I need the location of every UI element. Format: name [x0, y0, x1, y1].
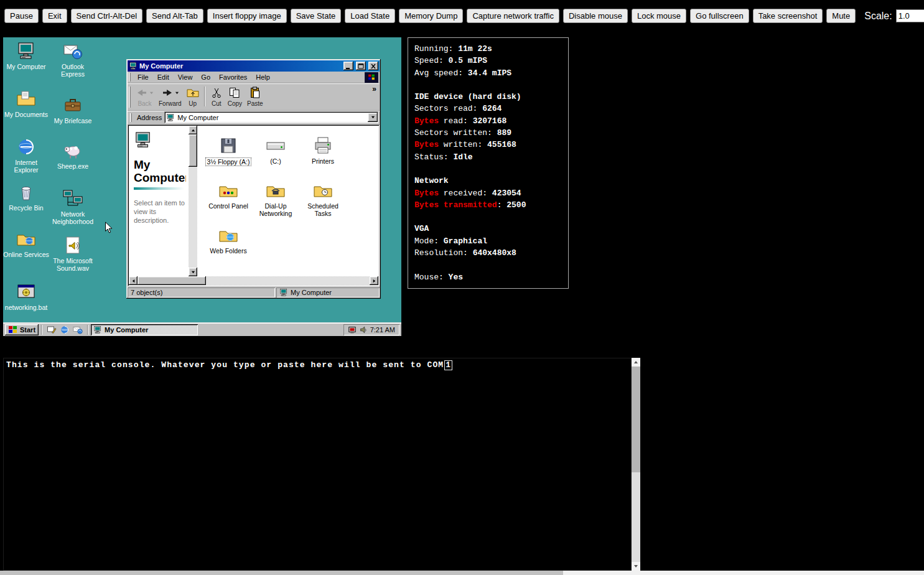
folder-item-control-panel[interactable]: Control Panel — [205, 180, 252, 225]
start-button[interactable]: Start — [5, 324, 39, 335]
toolbar-overflow-chevron[interactable]: » — [370, 85, 378, 93]
paste-icon — [249, 86, 261, 99]
stats-line: IDE device (hard disk) — [414, 91, 562, 103]
control-button-send-ctrl-alt-del[interactable]: Send Ctrl-Alt-Del — [71, 9, 143, 23]
tray-volume-icon[interactable] — [359, 325, 368, 334]
taskbar-separator — [41, 325, 42, 335]
my-computer-icon — [129, 62, 138, 70]
pane-vertical-scrollbar[interactable] — [189, 126, 197, 276]
folder-item-label: 3½ Floppy (A:) — [205, 157, 252, 166]
minimize-button[interactable] — [343, 62, 353, 70]
floppy-icon — [218, 136, 238, 156]
scrollbar-thumb[interactable] — [189, 134, 197, 167]
triangle-left-icon — [131, 279, 136, 283]
control-button-disable-mouse[interactable]: Disable mouse — [563, 9, 628, 23]
desktop-icon-my-briefcase[interactable]: My Briefcase — [50, 95, 96, 124]
scroll-up-button[interactable] — [632, 358, 640, 367]
folder-online-icon — [16, 229, 36, 249]
desktop-icon-network-neighborhood[interactable]: Network Neighborhood — [50, 189, 96, 226]
scroll-right-button[interactable] — [370, 276, 378, 285]
control-button-lock-mouse[interactable]: Lock mouse — [632, 9, 686, 23]
folder-item-c[interactable]: (C:) — [252, 136, 299, 180]
scroll-left-button[interactable] — [129, 276, 138, 285]
horizontal-scrollbar[interactable] — [129, 276, 378, 285]
menu-help[interactable]: Help — [251, 73, 274, 82]
folder-tasks-icon — [313, 180, 333, 200]
stats-line — [414, 211, 562, 223]
toolbar-separator — [204, 86, 205, 106]
folder-item-dial-up-networking[interactable]: Dial-Up Networking — [252, 180, 299, 225]
address-field[interactable]: My Computer — [164, 111, 378, 123]
stats-panel: Running: 11m 22sSpeed: 0.5 mIPSAvg speed… — [408, 37, 569, 289]
toolbar-grip — [129, 86, 131, 108]
folder-item-scheduled-tasks[interactable]: Scheduled Tasks — [299, 180, 347, 225]
taskbar-task-my-computer[interactable]: My Computer — [91, 324, 198, 335]
page-horizontal-scrollbar[interactable] — [0, 571, 924, 575]
scroll-down-button[interactable] — [632, 562, 640, 571]
desktop-icon-networking-bat[interactable]: networking.bat — [3, 282, 49, 311]
emulator-controls: PauseExitSend Ctrl-Alt-DelSend Alt-TabIn… — [4, 9, 856, 23]
toolbar-button-back[interactable]: Back — [133, 85, 156, 108]
stats-line: Resolution: 640x480x8 — [414, 247, 562, 259]
maximize-button[interactable] — [356, 62, 366, 70]
desktop-icon-the-microsoft-sound-wav[interactable]: The Microsoft Sound.wav — [50, 235, 96, 273]
scale-label: Scale: — [864, 11, 892, 22]
quicklaunch-internet-explorer-icon[interactable] — [60, 325, 70, 335]
desktop-icon-my-documents[interactable]: My Documents — [3, 89, 49, 118]
menu-view[interactable]: View — [174, 73, 197, 82]
menu-file[interactable]: File — [133, 73, 153, 82]
triangle-up-icon — [633, 360, 638, 365]
window-titlebar[interactable]: My Computer — [128, 60, 380, 72]
control-button-pause[interactable]: Pause — [4, 9, 39, 23]
folder-controls-icon — [218, 180, 238, 200]
desktop-icon-recycle-bin[interactable]: Recycle Bin — [3, 182, 49, 212]
quicklaunch-show-desktop-icon[interactable] — [47, 325, 57, 335]
control-button-exit[interactable]: Exit — [42, 9, 67, 23]
quicklaunch-outlook-express-icon[interactable] — [73, 325, 83, 335]
control-button-mute[interactable]: Mute — [826, 9, 856, 23]
toolbar-button-forward[interactable]: Forward — [156, 85, 184, 108]
toolbar-button-paste[interactable]: Paste — [245, 85, 266, 108]
desktop-icon-label: Sheep.exe — [57, 162, 88, 170]
serial-console[interactable]: This is the serial console. Whatever you… — [3, 358, 632, 571]
console-scrollbar[interactable] — [632, 358, 640, 571]
toolbar-button-up[interactable]: Up — [184, 85, 202, 108]
menu-favorites[interactable]: Favorites — [215, 73, 251, 82]
desktop-icon-internet-explorer[interactable]: Internet Explorer — [3, 137, 49, 174]
desktop-icon-outlook-express[interactable]: Outlook Express — [50, 41, 96, 78]
tray-display-icon[interactable] — [348, 325, 357, 334]
window-menubar: FileEditViewGoFavoritesHelp — [128, 72, 380, 83]
scrollbar-thumb[interactable] — [0, 571, 563, 575]
control-button-capture-network-traffic[interactable]: Capture network traffic — [467, 9, 559, 23]
control-button-save-state[interactable]: Save State — [291, 9, 342, 23]
scrollbar-thumb[interactable] — [632, 367, 640, 472]
toolbar-button-label: Cut — [212, 100, 222, 107]
menu-go[interactable]: Go — [197, 73, 215, 82]
control-button-send-alt-tab[interactable]: Send Alt-Tab — [146, 9, 203, 23]
folder-item-printers[interactable]: Printers — [299, 136, 347, 180]
toolbar-button-copy[interactable]: Copy — [225, 85, 245, 108]
emulator-screen[interactable]: My ComputerMy DocumentsInternet Explorer… — [3, 37, 401, 336]
folder-item-web-folders[interactable]: Web Folders — [205, 225, 252, 270]
control-button-go-fullscreen[interactable]: Go fullscreen — [690, 9, 749, 23]
status-location: My Computer — [276, 288, 380, 297]
menu-edit[interactable]: Edit — [153, 73, 174, 82]
control-button-take-screenshot[interactable]: Take screenshot — [753, 9, 823, 23]
control-button-insert-floppy-image[interactable]: Insert floppy image — [207, 9, 287, 23]
toolbar-button-cut[interactable]: Cut — [208, 85, 225, 108]
desktop-icon-label: Outlook Express — [50, 63, 96, 78]
folder-item-3-floppy-a[interactable]: 3½ Floppy (A:) — [205, 136, 252, 180]
copy-icon — [228, 86, 241, 99]
menu-items: FileEditViewGoFavoritesHelp — [133, 73, 274, 82]
desktop-icon-my-computer[interactable]: My Computer — [3, 41, 49, 70]
scale-input[interactable] — [896, 9, 924, 22]
control-button-load-state[interactable]: Load State — [345, 9, 395, 23]
scroll-down-button[interactable] — [189, 268, 197, 276]
close-button[interactable] — [368, 62, 378, 70]
address-dropdown-button[interactable] — [368, 113, 378, 122]
control-button-memory-dump[interactable]: Memory Dump — [399, 9, 463, 23]
desktop-icon-online-services[interactable]: Online Services — [3, 229, 49, 258]
scroll-up-button[interactable] — [189, 126, 197, 134]
desktop-icon-sheep-exe[interactable]: Sheep.exe — [50, 141, 96, 170]
scrollbar-thumb[interactable] — [138, 276, 206, 285]
